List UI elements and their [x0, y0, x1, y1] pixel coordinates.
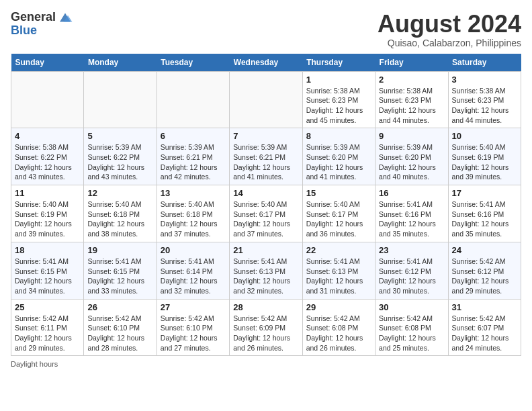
day-cell: 5Sunrise: 5:39 AM Sunset: 6:22 PM Daylig…: [84, 128, 157, 185]
day-info: Sunrise: 5:39 AM Sunset: 6:21 PM Dayligh…: [233, 142, 298, 182]
day-number: 4: [15, 131, 80, 141]
day-number: 1: [306, 75, 371, 85]
day-cell: 31Sunrise: 5:42 AM Sunset: 6:07 PM Dayli…: [448, 299, 521, 356]
col-header-thursday: Thursday: [302, 54, 375, 72]
day-cell: 9Sunrise: 5:39 AM Sunset: 6:20 PM Daylig…: [375, 128, 448, 185]
day-info: Sunrise: 5:40 AM Sunset: 6:18 PM Dayligh…: [87, 199, 152, 239]
day-number: 21: [233, 245, 298, 255]
day-number: 16: [379, 188, 444, 198]
day-info: Sunrise: 5:41 AM Sunset: 6:15 PM Dayligh…: [15, 257, 80, 296]
day-cell: 10Sunrise: 5:40 AM Sunset: 6:19 PM Dayli…: [448, 128, 521, 185]
day-info: Sunrise: 5:40 AM Sunset: 6:19 PM Dayligh…: [452, 142, 517, 182]
day-number: 22: [306, 245, 371, 255]
day-cell: 11Sunrise: 5:40 AM Sunset: 6:19 PM Dayli…: [11, 185, 84, 242]
day-number: 29: [306, 302, 371, 312]
day-number: 15: [306, 188, 371, 198]
day-cell: 25Sunrise: 5:42 AM Sunset: 6:11 PM Dayli…: [11, 299, 84, 356]
day-info: Sunrise: 5:40 AM Sunset: 6:17 PM Dayligh…: [233, 199, 298, 239]
day-cell: 7Sunrise: 5:39 AM Sunset: 6:21 PM Daylig…: [230, 128, 302, 185]
day-number: 31: [452, 302, 517, 312]
day-info: Sunrise: 5:42 AM Sunset: 6:09 PM Dayligh…: [233, 314, 298, 353]
day-number: 20: [161, 245, 226, 255]
day-cell: 17Sunrise: 5:41 AM Sunset: 6:16 PM Dayli…: [448, 185, 521, 242]
day-info: Sunrise: 5:41 AM Sunset: 6:16 PM Dayligh…: [379, 199, 444, 239]
day-cell: 6Sunrise: 5:39 AM Sunset: 6:21 PM Daylig…: [157, 128, 229, 185]
day-cell: 24Sunrise: 5:42 AM Sunset: 6:12 PM Dayli…: [448, 242, 521, 299]
day-number: 28: [233, 302, 298, 312]
calendar-table: SundayMondayTuesdayWednesdayThursdayFrid…: [11, 54, 521, 357]
col-header-wednesday: Wednesday: [230, 54, 302, 72]
day-info: Sunrise: 5:42 AM Sunset: 6:08 PM Dayligh…: [379, 314, 444, 353]
day-number: 23: [379, 245, 444, 255]
day-cell: 28Sunrise: 5:42 AM Sunset: 6:09 PM Dayli…: [230, 299, 302, 356]
day-info: Sunrise: 5:42 AM Sunset: 6:11 PM Dayligh…: [15, 314, 80, 353]
day-info: Sunrise: 5:39 AM Sunset: 6:22 PM Dayligh…: [87, 142, 152, 182]
week-row-3: 11Sunrise: 5:40 AM Sunset: 6:19 PM Dayli…: [11, 185, 521, 242]
day-number: 19: [87, 245, 152, 255]
day-info: Sunrise: 5:41 AM Sunset: 6:13 PM Dayligh…: [233, 257, 298, 296]
day-cell: 14Sunrise: 5:40 AM Sunset: 6:17 PM Dayli…: [230, 185, 302, 242]
logo-icon: [57, 11, 73, 24]
day-cell: [11, 71, 84, 128]
day-number: 17: [452, 188, 517, 198]
day-number: 8: [306, 131, 371, 141]
day-info: Sunrise: 5:39 AM Sunset: 6:20 PM Dayligh…: [379, 142, 444, 182]
day-cell: 13Sunrise: 5:40 AM Sunset: 6:18 PM Dayli…: [157, 185, 229, 242]
day-info: Sunrise: 5:40 AM Sunset: 6:17 PM Dayligh…: [306, 199, 371, 239]
footer-note: Daylight hours: [11, 360, 521, 368]
day-cell: 4Sunrise: 5:38 AM Sunset: 6:22 PM Daylig…: [11, 128, 84, 185]
title-block: August 2024 Quisao, Calabarzon, Philippi…: [378, 11, 521, 48]
day-info: Sunrise: 5:38 AM Sunset: 6:23 PM Dayligh…: [379, 86, 444, 126]
day-cell: 16Sunrise: 5:41 AM Sunset: 6:16 PM Dayli…: [375, 185, 448, 242]
day-info: Sunrise: 5:42 AM Sunset: 6:12 PM Dayligh…: [452, 257, 517, 296]
day-number: 25: [15, 302, 80, 312]
day-cell: 12Sunrise: 5:40 AM Sunset: 6:18 PM Dayli…: [84, 185, 157, 242]
day-info: Sunrise: 5:42 AM Sunset: 6:07 PM Dayligh…: [452, 314, 517, 353]
day-info: Sunrise: 5:41 AM Sunset: 6:13 PM Dayligh…: [306, 257, 371, 296]
day-info: Sunrise: 5:38 AM Sunset: 6:23 PM Dayligh…: [306, 86, 371, 126]
day-number: 12: [87, 188, 152, 198]
day-info: Sunrise: 5:40 AM Sunset: 6:18 PM Dayligh…: [161, 199, 226, 239]
logo-text-blue: Blue: [11, 24, 73, 38]
day-number: 6: [161, 131, 226, 141]
day-cell: 30Sunrise: 5:42 AM Sunset: 6:08 PM Dayli…: [375, 299, 448, 356]
day-cell: 27Sunrise: 5:42 AM Sunset: 6:10 PM Dayli…: [157, 299, 229, 356]
day-cell: 23Sunrise: 5:41 AM Sunset: 6:12 PM Dayli…: [375, 242, 448, 299]
day-cell: [84, 71, 157, 128]
day-cell: 8Sunrise: 5:39 AM Sunset: 6:20 PM Daylig…: [302, 128, 375, 185]
footer-text: Daylight hours: [11, 360, 58, 368]
col-header-monday: Monday: [84, 54, 157, 72]
day-info: Sunrise: 5:41 AM Sunset: 6:15 PM Dayligh…: [87, 257, 152, 296]
day-number: 30: [379, 302, 444, 312]
day-number: 24: [452, 245, 517, 255]
day-cell: 15Sunrise: 5:40 AM Sunset: 6:17 PM Dayli…: [302, 185, 375, 242]
day-info: Sunrise: 5:41 AM Sunset: 6:12 PM Dayligh…: [379, 257, 444, 296]
day-info: Sunrise: 5:42 AM Sunset: 6:10 PM Dayligh…: [161, 314, 226, 353]
day-info: Sunrise: 5:38 AM Sunset: 6:22 PM Dayligh…: [15, 142, 80, 182]
day-number: 13: [161, 188, 226, 198]
day-number: 27: [161, 302, 226, 312]
day-number: 7: [233, 131, 298, 141]
page-header: General Blue August 2024 Quisao, Calabar…: [11, 11, 521, 48]
day-number: 18: [15, 245, 80, 255]
day-info: Sunrise: 5:41 AM Sunset: 6:14 PM Dayligh…: [161, 257, 226, 296]
day-info: Sunrise: 5:39 AM Sunset: 6:20 PM Dayligh…: [306, 142, 371, 182]
day-info: Sunrise: 5:40 AM Sunset: 6:19 PM Dayligh…: [15, 199, 80, 239]
day-cell: 1Sunrise: 5:38 AM Sunset: 6:23 PM Daylig…: [302, 71, 375, 128]
calendar-title: August 2024: [378, 11, 521, 38]
logo-text-general: General: [11, 11, 56, 24]
day-number: 14: [233, 188, 298, 198]
col-header-saturday: Saturday: [448, 54, 521, 72]
day-info: Sunrise: 5:42 AM Sunset: 6:10 PM Dayligh…: [87, 314, 152, 353]
day-cell: 2Sunrise: 5:38 AM Sunset: 6:23 PM Daylig…: [375, 71, 448, 128]
day-cell: 19Sunrise: 5:41 AM Sunset: 6:15 PM Dayli…: [84, 242, 157, 299]
day-cell: [230, 71, 302, 128]
day-number: 10: [452, 131, 517, 141]
day-number: 9: [379, 131, 444, 141]
week-row-2: 4Sunrise: 5:38 AM Sunset: 6:22 PM Daylig…: [11, 128, 521, 185]
day-cell: 29Sunrise: 5:42 AM Sunset: 6:08 PM Dayli…: [302, 299, 375, 356]
day-info: Sunrise: 5:38 AM Sunset: 6:23 PM Dayligh…: [452, 86, 517, 126]
logo: General Blue: [11, 11, 73, 38]
day-cell: 26Sunrise: 5:42 AM Sunset: 6:10 PM Dayli…: [84, 299, 157, 356]
day-info: Sunrise: 5:39 AM Sunset: 6:21 PM Dayligh…: [161, 142, 226, 182]
